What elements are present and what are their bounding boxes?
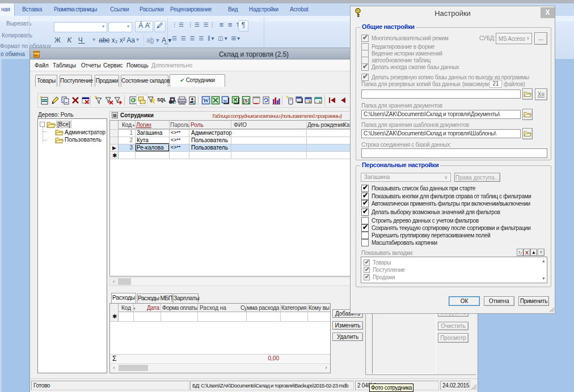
- svg-text:[5]: [5]: [243, 98, 250, 104]
- svg-text:w: w: [223, 97, 227, 103]
- svg-text:W: W: [203, 97, 209, 104]
